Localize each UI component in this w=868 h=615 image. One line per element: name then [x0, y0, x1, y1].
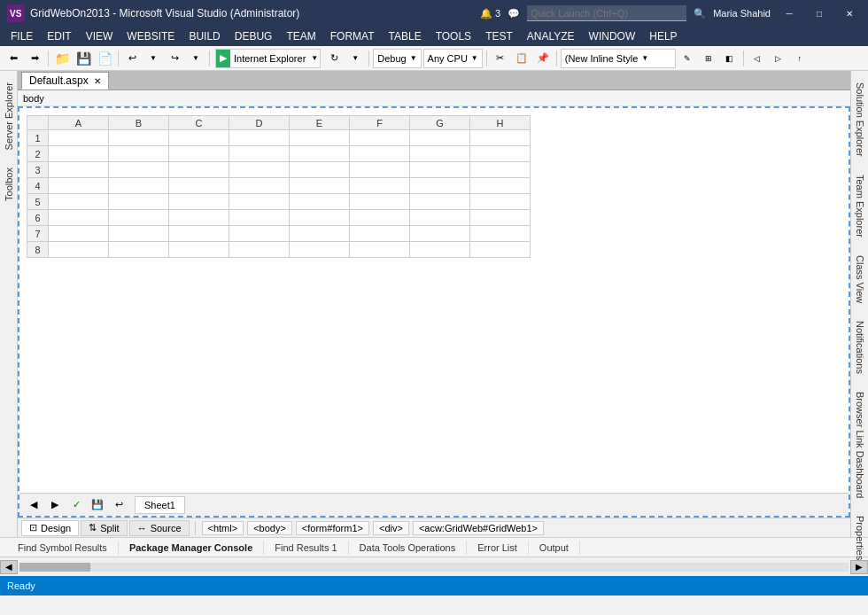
- sidebar-item-class-view[interactable]: Class View: [852, 247, 868, 311]
- cell-7-5[interactable]: [290, 226, 350, 242]
- cell-1-7[interactable]: [410, 130, 470, 146]
- cell-4-6[interactable]: [350, 178, 410, 194]
- breadcrumb-body[interactable]: <body>: [247, 521, 292, 535]
- sidebar-item-team-explorer[interactable]: Team Explorer: [852, 167, 868, 245]
- cell-1-4[interactable]: [229, 130, 290, 146]
- nav-extra-button[interactable]: ↑: [790, 49, 810, 68]
- cell-6-7[interactable]: [410, 210, 470, 226]
- cell-5-6[interactable]: [350, 194, 410, 210]
- menu-window[interactable]: WINDOW: [582, 27, 643, 46]
- run-play-button[interactable]: ▶: [216, 50, 230, 67]
- cell-1-8[interactable]: [470, 130, 531, 146]
- cell-5-3[interactable]: [169, 194, 229, 210]
- style-edit-button[interactable]: ✎: [678, 49, 697, 68]
- undo-button[interactable]: ↩: [122, 49, 142, 68]
- cell-2-5[interactable]: [290, 146, 350, 162]
- sidebar-item-server-explorer[interactable]: Server Explorer: [1, 74, 17, 158]
- cell-2-8[interactable]: [470, 146, 531, 162]
- cell-8-3[interactable]: [169, 242, 229, 258]
- sheet-prev-button[interactable]: ◀: [25, 496, 43, 514]
- cell-3-6[interactable]: [350, 162, 410, 178]
- panel-tab-find-results[interactable]: Find Results 1: [264, 541, 348, 555]
- cell-7-7[interactable]: [410, 226, 470, 242]
- copy-button[interactable]: 📋: [512, 49, 531, 68]
- menu-tools[interactable]: TOOLS: [429, 27, 478, 46]
- menu-test[interactable]: TEST: [478, 27, 520, 46]
- cell-8-1[interactable]: [49, 242, 109, 258]
- sidebar-item-notifications[interactable]: Notifications: [852, 313, 868, 382]
- sheet-tab-sheet1[interactable]: Sheet1: [135, 496, 185, 514]
- cell-5-1[interactable]: [49, 194, 109, 210]
- design-view-button[interactable]: ⊡ Design: [21, 520, 79, 536]
- cell-3-1[interactable]: [49, 162, 109, 178]
- cell-3-4[interactable]: [229, 162, 290, 178]
- platform-dropdown[interactable]: Any CPU ▼: [423, 49, 483, 68]
- sheet-save-button[interactable]: 💾: [89, 496, 106, 514]
- cell-1-3[interactable]: [169, 130, 229, 146]
- cell-7-4[interactable]: [229, 226, 290, 242]
- cell-5-8[interactable]: [470, 194, 531, 210]
- feedback-icon[interactable]: 💬: [508, 8, 520, 19]
- cell-7-6[interactable]: [350, 226, 410, 242]
- menu-table[interactable]: TABLE: [382, 27, 429, 46]
- cell-8-5[interactable]: [290, 242, 350, 258]
- cell-8-7[interactable]: [410, 242, 470, 258]
- cell-5-4[interactable]: [229, 194, 290, 210]
- breadcrumb-form[interactable]: <form#form1>: [296, 521, 369, 535]
- sidebar-item-browser-link[interactable]: Browser Link Dashboard: [852, 384, 868, 506]
- scroll-left-button[interactable]: ◀: [0, 560, 18, 574]
- cell-5-7[interactable]: [410, 194, 470, 210]
- editor-area[interactable]: A B C D E F G H 12345678: [18, 106, 850, 518]
- style-extra2[interactable]: ◧: [720, 49, 740, 68]
- notification-bell[interactable]: 🔔 3: [480, 8, 500, 19]
- run-target-arrow[interactable]: ▼: [309, 54, 320, 62]
- run-target-label[interactable]: Internet Explorer: [230, 53, 309, 64]
- cell-7-3[interactable]: [169, 226, 229, 242]
- panel-tab-data-tools[interactable]: Data Tools Operations: [349, 541, 468, 555]
- cell-8-4[interactable]: [229, 242, 290, 258]
- scrollbar-thumb[interactable]: [19, 563, 90, 572]
- cell-7-1[interactable]: [49, 226, 109, 242]
- cell-5-5[interactable]: [290, 194, 350, 210]
- menu-view[interactable]: VIEW: [79, 27, 120, 46]
- cell-4-3[interactable]: [169, 178, 229, 194]
- run-button-group[interactable]: ▶ Internet Explorer ▼: [215, 49, 321, 68]
- cell-1-6[interactable]: [350, 130, 410, 146]
- menu-help[interactable]: HELP: [642, 27, 684, 46]
- sheet-next-button[interactable]: ▶: [46, 496, 64, 514]
- sheet-undo-button[interactable]: ↩: [110, 496, 128, 514]
- forward-button[interactable]: ➡: [25, 49, 44, 68]
- cell-1-2[interactable]: [109, 130, 169, 146]
- cell-6-5[interactable]: [290, 210, 350, 226]
- panel-tab-output[interactable]: Output: [529, 541, 580, 555]
- maximize-button[interactable]: □: [808, 4, 831, 22]
- cell-6-2[interactable]: [109, 210, 169, 226]
- breadcrumb-html[interactable]: <html>: [202, 521, 244, 535]
- panel-tab-find-symbol[interactable]: Find Symbol Results: [7, 541, 119, 555]
- cell-4-7[interactable]: [410, 178, 470, 194]
- cell-2-2[interactable]: [109, 146, 169, 162]
- cell-3-2[interactable]: [109, 162, 169, 178]
- cell-7-8[interactable]: [470, 226, 531, 242]
- cell-1-1[interactable]: [49, 130, 109, 146]
- cell-3-3[interactable]: [169, 162, 229, 178]
- back-button[interactable]: ⬅: [4, 49, 23, 68]
- cell-3-8[interactable]: [470, 162, 531, 178]
- split-view-button[interactable]: ⇅ Split: [81, 520, 127, 536]
- menu-file[interactable]: FILE: [4, 27, 40, 46]
- sidebar-item-toolbox[interactable]: Toolbox: [1, 160, 17, 209]
- save-button[interactable]: 💾: [74, 49, 93, 68]
- menu-debug[interactable]: DEBUG: [228, 27, 280, 46]
- style-dropdown[interactable]: (New Inline Style ▼: [561, 49, 676, 68]
- cell-2-7[interactable]: [410, 146, 470, 162]
- redo-button[interactable]: ↪: [165, 49, 184, 68]
- menu-analyze[interactable]: ANALYZE: [520, 27, 582, 46]
- refresh-button[interactable]: ↻: [324, 49, 344, 68]
- close-button[interactable]: ✕: [838, 4, 861, 22]
- cell-2-4[interactable]: [229, 146, 290, 162]
- cell-4-1[interactable]: [49, 178, 109, 194]
- paste-button[interactable]: 📌: [533, 49, 553, 68]
- cell-8-2[interactable]: [109, 242, 169, 258]
- breadcrumb-div[interactable]: <div>: [373, 521, 409, 535]
- cell-1-5[interactable]: [290, 130, 350, 146]
